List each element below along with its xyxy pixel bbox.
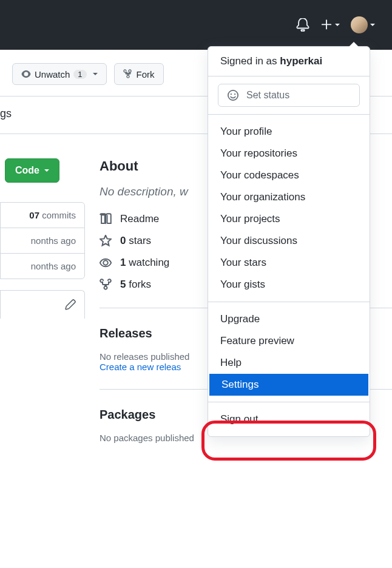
user-menu-trigger[interactable]	[351, 16, 375, 33]
menu-item-your-stars[interactable]: Your stars	[208, 252, 370, 274]
file-row[interactable]: nonths ago	[1, 228, 84, 254]
fork-icon	[123, 69, 133, 79]
signed-in-as: Signed in as hyperkai	[208, 47, 370, 76]
commits-box: 07 commits nonths ago nonths ago	[0, 202, 85, 279]
file-row[interactable]: nonths ago	[1, 254, 84, 279]
chevron-down-icon	[370, 24, 375, 26]
pencil-icon	[65, 299, 76, 310]
unwatch-button[interactable]: Unwatch 1	[12, 63, 107, 85]
unwatch-label: Unwatch	[35, 69, 70, 79]
menu-item-your-organizations[interactable]: Your organizations	[208, 186, 370, 208]
commits-count-row[interactable]: 07 commits	[1, 203, 84, 228]
star-icon	[100, 235, 112, 247]
book-icon	[100, 213, 112, 225]
menu-item-help[interactable]: Help	[208, 352, 370, 374]
menu-item-your-discussions[interactable]: Your discussions	[208, 230, 370, 252]
svg-point-0	[228, 90, 238, 100]
topbar	[0, 0, 392, 50]
smiley-icon	[227, 89, 239, 101]
chevron-down-icon	[44, 169, 49, 172]
unwatch-count: 1	[73, 70, 86, 79]
set-status-button[interactable]: Set status	[218, 84, 360, 107]
user-dropdown: Signed in as hyperkai Set status Your pr…	[208, 46, 370, 437]
chevron-down-icon	[335, 24, 340, 26]
menu-item-your-codespaces[interactable]: Your codespaces	[208, 164, 370, 186]
fork-label: Fork	[137, 69, 155, 79]
chevron-down-icon	[93, 73, 98, 75]
eye-icon	[100, 257, 112, 269]
code-button[interactable]: Code	[5, 158, 59, 183]
menu-item-feature-preview[interactable]: Feature preview	[208, 330, 370, 352]
menu-item-settings[interactable]: Settings	[209, 374, 368, 396]
menu-item-sign-out[interactable]: Sign out	[208, 408, 370, 430]
plus-icon	[320, 19, 333, 31]
fork-icon	[100, 279, 112, 291]
svg-point-1	[231, 93, 232, 95]
bell-icon[interactable]	[296, 18, 309, 32]
menu-item-upgrade[interactable]: Upgrade	[208, 308, 370, 330]
avatar	[351, 16, 368, 33]
menu-item-your-repositories[interactable]: Your repositories	[208, 143, 370, 164]
menu-item-your-gists[interactable]: Your gists	[208, 274, 370, 296]
add-menu[interactable]	[320, 19, 340, 31]
menu-item-your-profile[interactable]: Your profile	[208, 121, 370, 143]
eye-icon	[21, 69, 31, 79]
svg-point-2	[234, 93, 235, 95]
edit-box[interactable]	[0, 290, 85, 319]
code-label: Code	[15, 165, 39, 176]
menu-item-your-projects[interactable]: Your projects	[208, 208, 370, 230]
fork-button[interactable]: Fork	[114, 63, 164, 85]
